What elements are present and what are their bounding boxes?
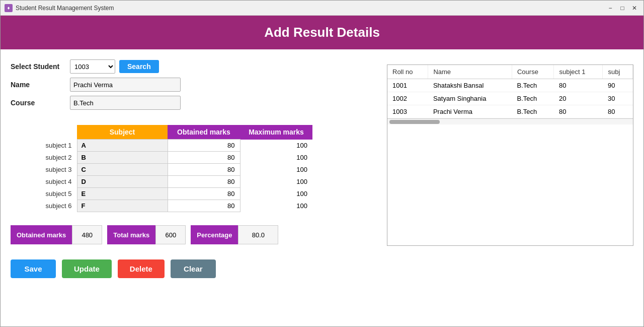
data-col-header: Roll no — [387, 65, 428, 79]
subject-code: B — [77, 152, 168, 164]
select-student-row: Select Student 1003 1001 1002 Search — [11, 59, 377, 74]
maximum-value: 100 — [240, 164, 312, 176]
search-button[interactable]: Search — [119, 60, 159, 73]
obtained-value[interactable] — [168, 188, 240, 200]
marks-row: subject 5 E 100 — [11, 188, 312, 200]
main-window: ♦ Student Result Management System − □ ✕… — [0, 0, 644, 327]
data-table: Roll noNameCoursesubject 1subj 1001Shata… — [387, 65, 633, 118]
page-title: Add Result Details — [10, 25, 634, 40]
table-cell: 20 — [554, 92, 603, 105]
subject-code: E — [77, 188, 168, 200]
subject-label: subject 6 — [11, 200, 77, 212]
data-col-header: Course — [512, 65, 554, 79]
app-icon: ♦ — [5, 4, 13, 12]
marks-row: subject 1 A 100 — [11, 140, 312, 152]
marks-row: subject 3 C 100 — [11, 164, 312, 176]
subject-code: A — [77, 140, 168, 152]
subject-code: D — [77, 176, 168, 188]
obtained-value[interactable] — [168, 164, 240, 176]
scrollbar-thumb — [389, 120, 440, 124]
table-cell: B.Tech — [512, 92, 554, 105]
col-obtained: Obtained marks — [168, 125, 240, 140]
maximum-value: 100 — [240, 140, 312, 152]
table-row[interactable]: 1002Satyam SinghaniaB.Tech2030 — [387, 92, 633, 105]
update-button[interactable]: Update — [62, 259, 112, 278]
maximum-value: 100 — [240, 200, 312, 212]
table-cell: Prachi Verma — [428, 105, 512, 118]
marks-table: Subject Obtained marks Maximum marks sub… — [11, 125, 312, 212]
table-cell: 80 — [554, 105, 603, 118]
table-cell: 80 — [554, 79, 603, 92]
obtained-value[interactable] — [168, 200, 240, 212]
obtained-marks-value: 480 — [72, 225, 102, 244]
col-maximum: Maximum marks — [240, 125, 312, 140]
subject-code: F — [77, 200, 168, 212]
close-button[interactable]: ✕ — [629, 3, 639, 13]
maximize-button[interactable]: □ — [617, 3, 627, 13]
horizontal-scrollbar[interactable] — [387, 118, 633, 124]
left-panel: Select Student 1003 1001 1002 Search Nam… — [11, 59, 377, 316]
obtained-value[interactable] — [168, 176, 240, 188]
subject-label: subject 5 — [11, 188, 77, 200]
total-marks-label: Total marks — [107, 225, 155, 244]
course-label: Course — [11, 99, 66, 107]
marks-table-container: Subject Obtained marks Maximum marks sub… — [11, 120, 377, 212]
table-row[interactable]: 1003Prachi VermaB.Tech8080 — [387, 105, 633, 118]
obtained-value[interactable] — [168, 140, 240, 152]
minimize-button[interactable]: − — [605, 3, 615, 13]
clear-button[interactable]: Clear — [171, 259, 216, 278]
subject-label: subject 3 — [11, 164, 77, 176]
table-cell: 80 — [603, 105, 633, 118]
titlebar: ♦ Student Result Management System − □ ✕ — [1, 1, 643, 16]
select-student-label: Select Student — [11, 62, 66, 71]
data-col-header: subj — [603, 65, 633, 79]
student-select[interactable]: 1003 1001 1002 — [70, 59, 115, 74]
obtained-marks-label: Obtained marks — [11, 225, 72, 244]
save-button[interactable]: Save — [11, 259, 56, 278]
form-section: Select Student 1003 1001 1002 Search Nam… — [11, 59, 377, 110]
table-cell: 1001 — [387, 79, 428, 92]
name-row: Name — [11, 78, 377, 92]
data-col-header: Name — [428, 65, 512, 79]
marks-row: subject 6 F 100 — [11, 200, 312, 212]
table-row[interactable]: 1001Shatakshi BansalB.Tech8090 — [387, 79, 633, 92]
content-area: Select Student 1003 1001 1002 Search Nam… — [1, 49, 643, 326]
page-header: Add Result Details — [1, 16, 643, 49]
marks-row: subject 4 D 100 — [11, 176, 312, 188]
summary-bar: Obtained marks 480 Total marks 600 Perce… — [11, 225, 377, 244]
percentage-value: 80.0 — [238, 225, 278, 244]
delete-button[interactable]: Delete — [118, 259, 165, 278]
total-marks-value: 600 — [155, 225, 186, 244]
percentage-label: Percentage — [191, 225, 238, 244]
data-table-container[interactable]: Roll noNameCoursesubject 1subj 1001Shata… — [387, 64, 633, 246]
subject-label: subject 2 — [11, 152, 77, 164]
maximum-value: 100 — [240, 152, 312, 164]
course-input[interactable] — [70, 96, 181, 110]
table-cell: 90 — [603, 79, 633, 92]
course-row: Course — [11, 96, 377, 110]
marks-row: subject 2 B 100 — [11, 152, 312, 164]
window-controls: − □ ✕ — [605, 3, 639, 13]
maximum-value: 100 — [240, 188, 312, 200]
maximum-value: 100 — [240, 176, 312, 188]
subject-label: subject 1 — [11, 140, 77, 152]
table-cell: 30 — [603, 92, 633, 105]
subject-label: subject 4 — [11, 176, 77, 188]
table-cell: 1002 — [387, 92, 428, 105]
table-cell: B.Tech — [512, 105, 554, 118]
subject-code: C — [77, 164, 168, 176]
name-input[interactable] — [70, 78, 181, 92]
window-title: Student Result Management System — [16, 5, 605, 12]
right-panel: Roll noNameCoursesubject 1subj 1001Shata… — [387, 64, 633, 316]
table-cell: 1003 — [387, 105, 428, 118]
action-buttons: Save Update Delete Clear — [11, 259, 377, 278]
col-subject: Subject — [77, 125, 168, 140]
obtained-value[interactable] — [168, 152, 240, 164]
table-cell: Shatakshi Bansal — [428, 79, 512, 92]
table-cell: B.Tech — [512, 79, 554, 92]
data-col-header: subject 1 — [554, 65, 603, 79]
table-cell: Satyam Singhania — [428, 92, 512, 105]
name-label: Name — [11, 81, 66, 89]
